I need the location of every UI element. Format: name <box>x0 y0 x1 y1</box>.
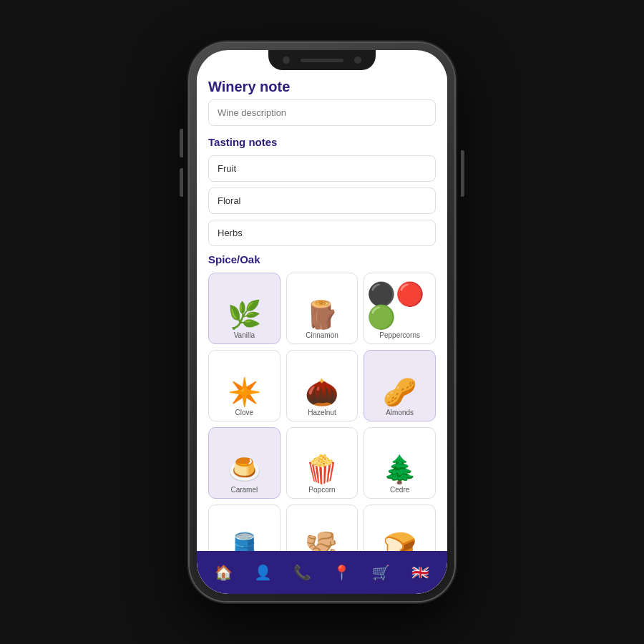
tasting-herbs[interactable]: Herbs <box>208 220 436 246</box>
notch-camera <box>283 57 290 64</box>
wine-description-input[interactable] <box>208 99 436 126</box>
notch-speaker <box>354 57 361 64</box>
location-icon: 📍 <box>333 564 351 581</box>
vanilla-label: Vanilla <box>234 331 255 339</box>
toast-icon: 🍞 <box>383 533 416 551</box>
peppercorns-label: Peppercorns <box>379 331 420 339</box>
popcorn-label: Popcorn <box>308 486 335 494</box>
flavor-cinnamon[interactable]: 🪵 Cinnamon <box>286 273 358 344</box>
nav-location[interactable]: 📍 <box>333 564 351 581</box>
hazelnut-icon: 🌰 <box>305 379 338 406</box>
flavor-vanilla[interactable]: 🌿 Vanilla <box>208 273 280 344</box>
flavor-popcorn[interactable]: 🍿 Popcorn <box>286 427 358 499</box>
barrel-icon: 🛢️ <box>228 533 261 551</box>
peppercorns-icon: ⚫🔴🟢 <box>367 283 432 328</box>
cart-icon: 🛒 <box>372 564 390 581</box>
cedre-icon: 🌲 <box>383 456 416 483</box>
phone-frame: Winery note Tasting notes Fruit Floral H… <box>190 43 454 601</box>
flavor-toast[interactable]: 🍞 Toast <box>364 504 436 551</box>
volume-up-button <box>180 129 183 157</box>
user-icon: 👤 <box>254 564 272 581</box>
vanilla-icon: 🌿 <box>228 301 261 328</box>
flavor-almonds[interactable]: 🥜 Almonds <box>364 350 436 421</box>
clove-label: Clove <box>235 409 254 416</box>
main-scroll[interactable]: Tasting notes Fruit Floral Herbs Spice/O… <box>197 99 447 551</box>
bottom-nav: 🏠 👤 📞 📍 🛒 🇬🇧 <box>197 551 447 594</box>
phone-screen: Winery note Tasting notes Fruit Floral H… <box>197 50 447 594</box>
flavor-grid: 🌿 Vanilla 🪵 Cinnamon ⚫🔴🟢 Peppercorns <box>208 273 436 551</box>
cedre-label: Cedre <box>390 486 409 494</box>
nav-home[interactable]: 🏠 <box>215 564 233 581</box>
home-icon: 🏠 <box>215 564 233 581</box>
app-header: Winery note <box>197 70 447 99</box>
page-title: Winery note <box>208 79 436 95</box>
flavor-caramel[interactable]: 🍮 Caramel <box>208 427 280 499</box>
tasting-fruit[interactable]: Fruit <box>208 155 436 182</box>
spice-section-title: Spice/Oak <box>208 253 436 265</box>
almonds-label: Almonds <box>386 409 414 416</box>
flavor-cedre[interactable]: 🌲 Cedre <box>364 427 436 499</box>
flavor-clove[interactable]: ✴️ Clove <box>208 350 280 421</box>
phone-icon: 📞 <box>293 564 311 581</box>
flavor-barrel[interactable]: 🛢️ Barrel <box>208 504 280 551</box>
language-flag-icon: 🇬🇧 <box>411 564 429 581</box>
caramel-label: Caramel <box>230 486 258 494</box>
ginger-icon: 🫚 <box>305 533 338 551</box>
volume-down-button <box>180 168 183 197</box>
tasting-notes-title: Tasting notes <box>208 136 436 148</box>
nav-language[interactable]: 🇬🇧 <box>411 564 429 581</box>
cinnamon-label: Cinnamon <box>306 331 338 339</box>
popcorn-icon: 🍿 <box>305 456 338 483</box>
screen-content: Winery note Tasting notes Fruit Floral H… <box>197 70 447 594</box>
flavor-hazelnut[interactable]: 🌰 Hazelnut <box>286 350 358 421</box>
flavor-ginger[interactable]: 🫚 Ginger <box>286 504 358 551</box>
power-button <box>461 150 464 197</box>
nav-phone[interactable]: 📞 <box>293 564 311 581</box>
clove-icon: ✴️ <box>228 379 261 406</box>
cinnamon-icon: 🪵 <box>305 301 338 328</box>
hazelnut-label: Hazelnut <box>308 409 336 416</box>
nav-cart[interactable]: 🛒 <box>372 564 390 581</box>
almonds-icon: 🥜 <box>383 379 416 406</box>
tasting-floral[interactable]: Floral <box>208 187 436 214</box>
caramel-icon: 🍮 <box>228 456 261 483</box>
notch <box>268 50 376 70</box>
flavor-peppercorns[interactable]: ⚫🔴🟢 Peppercorns <box>364 273 436 344</box>
nav-user[interactable]: 👤 <box>254 564 272 581</box>
notch-bar <box>301 59 343 62</box>
